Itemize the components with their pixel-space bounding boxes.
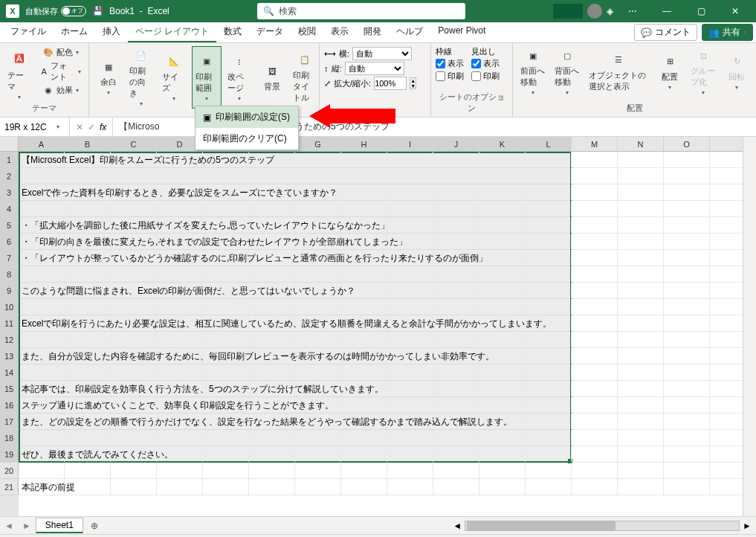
cell[interactable] (618, 414, 664, 429)
cell[interactable] (433, 168, 479, 184)
cell[interactable] (479, 266, 526, 282)
send-backward-button[interactable]: ▢背面へ移動▾ (552, 46, 583, 97)
cell[interactable] (618, 479, 664, 495)
cell[interactable] (479, 479, 526, 495)
menu-tab-10[interactable]: Power Pivot (430, 22, 493, 42)
cell[interactable] (387, 364, 433, 380)
cell[interactable] (19, 364, 65, 380)
cell[interactable] (618, 152, 664, 167)
cell[interactable] (664, 414, 710, 429)
cell[interactable] (572, 152, 618, 167)
cell[interactable] (572, 479, 618, 495)
name-box[interactable]: ▾ (0, 118, 70, 136)
bring-forward-button[interactable]: ▣前面へ移動▾ (517, 46, 549, 97)
cell[interactable] (664, 201, 710, 216)
cell[interactable] (526, 217, 572, 233)
cell[interactable] (387, 168, 433, 184)
cell[interactable] (111, 266, 157, 282)
cell[interactable] (249, 446, 295, 462)
cell[interactable] (479, 332, 526, 347)
cell[interactable] (479, 152, 526, 167)
tab-nav-next[interactable]: ► (18, 521, 36, 531)
height-select[interactable]: 自動 (345, 62, 404, 75)
cell[interactable] (295, 463, 341, 478)
cell[interactable] (433, 332, 479, 347)
cell[interactable] (526, 463, 572, 478)
cell[interactable] (664, 217, 710, 233)
cell[interactable] (295, 479, 341, 495)
cell[interactable] (526, 364, 572, 380)
menu-tab-6[interactable]: 校閲 (291, 22, 323, 42)
col-header[interactable]: N (618, 137, 664, 151)
fonts-button[interactable]: Aフォント▾ (37, 60, 84, 83)
cell[interactable] (479, 184, 526, 200)
cell[interactable] (526, 184, 572, 200)
cell[interactable] (19, 201, 65, 216)
cell[interactable] (526, 397, 572, 413)
cell[interactable] (157, 266, 203, 282)
orientation-button[interactable]: 📄印刷の向き▾ (126, 46, 156, 109)
breaks-button[interactable]: ⫶改ページ▾ (224, 46, 254, 109)
save-icon[interactable]: 💾 (92, 6, 103, 16)
cancel-formula-icon[interactable]: ✕ (76, 122, 83, 132)
cell[interactable] (341, 463, 387, 478)
group-button[interactable]: ⊡グループ化▾ (688, 46, 719, 97)
cell[interactable]: ・「拡大縮小を調節した後に用紙サイズを変えたら,思っていたレイアウトにならなかっ… (19, 217, 65, 233)
cell[interactable] (249, 266, 295, 282)
cell[interactable] (157, 168, 203, 184)
cell[interactable] (65, 299, 111, 315)
cell[interactable] (664, 299, 710, 315)
cell[interactable] (526, 283, 572, 298)
cell[interactable] (341, 266, 387, 282)
cell[interactable] (387, 201, 433, 216)
cell[interactable] (572, 332, 618, 347)
cell[interactable] (157, 299, 203, 315)
cell[interactable] (19, 266, 65, 282)
cell[interactable] (572, 397, 618, 413)
cell[interactable]: ステップ通りに進めていくことで、効率良く印刷設定を行うことができます。 (19, 397, 65, 413)
gridlines-print-check[interactable]: 印刷 (436, 70, 464, 83)
col-header[interactable]: H (341, 137, 387, 151)
cell[interactable] (572, 348, 618, 364)
cell[interactable] (572, 184, 618, 200)
cell[interactable] (387, 283, 433, 298)
size-button[interactable]: 📐サイズ▾ (159, 46, 189, 109)
cell[interactable] (65, 364, 111, 380)
cell[interactable] (295, 266, 341, 282)
cell[interactable] (249, 364, 295, 380)
cell[interactable] (249, 430, 295, 446)
cell[interactable] (479, 299, 526, 315)
selection-pane-button[interactable]: ☰オブジェクトの選択と表示 (586, 46, 652, 97)
cell[interactable] (618, 463, 664, 478)
row-header[interactable]: 5 (0, 217, 19, 234)
cell[interactable] (295, 201, 341, 216)
cell[interactable] (664, 364, 710, 380)
cell[interactable] (341, 332, 387, 347)
cell[interactable] (433, 430, 479, 446)
background-button[interactable]: 🖼背景 (257, 46, 287, 109)
scale-input[interactable] (374, 77, 407, 90)
cell[interactable] (526, 381, 572, 396)
cell[interactable] (526, 168, 572, 184)
cell[interactable] (387, 217, 433, 233)
row-header[interactable]: 12 (0, 332, 19, 348)
cell[interactable] (479, 217, 526, 233)
print-titles-button[interactable]: 📋印刷タイトル (290, 46, 320, 109)
headings-view-check[interactable]: 表示 (471, 57, 500, 70)
cell[interactable] (111, 364, 157, 380)
cell[interactable] (111, 463, 157, 478)
row-header[interactable]: 6 (0, 234, 19, 250)
cell[interactable] (664, 250, 710, 266)
cell[interactable] (203, 168, 249, 184)
cell[interactable] (157, 201, 203, 216)
cell[interactable] (433, 217, 479, 233)
cell[interactable] (433, 446, 479, 462)
cell[interactable] (618, 299, 664, 315)
cell[interactable] (387, 299, 433, 315)
print-area-button[interactable]: ▣印刷範囲▾ (192, 46, 222, 109)
cell[interactable] (433, 479, 479, 495)
cell[interactable] (341, 184, 387, 200)
ribbon-display-options[interactable]: ⋯ (618, 0, 647, 22)
cell[interactable] (111, 430, 157, 446)
cell[interactable]: ・「レイアウトが整っているかどうか確認するのに,印刷プレビューと通常の画面とを行… (19, 250, 65, 266)
